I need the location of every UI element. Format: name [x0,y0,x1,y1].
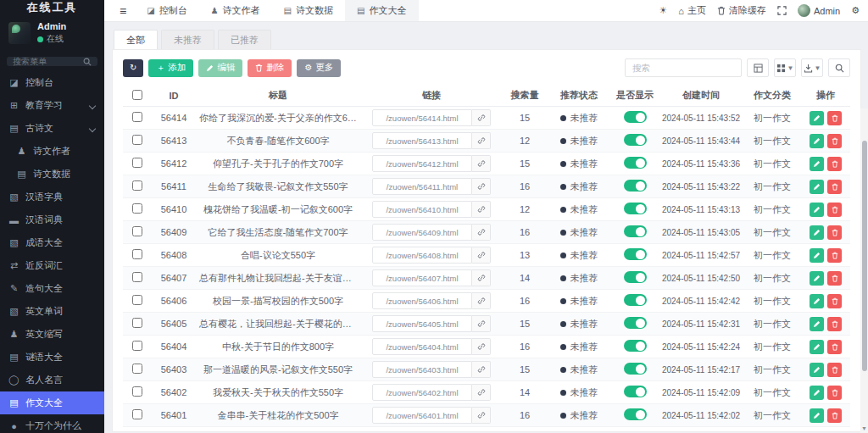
visible-toggle[interactable] [624,363,647,375]
row-delete-button[interactable] [827,363,842,377]
link-input[interactable] [372,338,472,355]
avatar[interactable] [8,22,31,44]
row-edit-button[interactable] [810,111,824,125]
copy-link-button[interactable] [472,361,491,378]
copy-link-button[interactable] [472,132,491,149]
row-delete-button[interactable] [827,180,842,194]
row-delete-button[interactable] [827,111,842,125]
sidebar-search-input[interactable] [13,57,80,66]
row-checkbox[interactable] [132,249,142,259]
column-header[interactable]: ID [152,91,196,101]
row-checkbox[interactable] [132,364,142,374]
row-delete-button[interactable] [827,225,842,240]
link-input[interactable] [372,155,472,172]
row-delete-button[interactable] [827,340,842,354]
visible-toggle[interactable] [624,111,647,123]
row-edit-button[interactable] [810,271,824,286]
row-edit-button[interactable] [810,203,824,217]
copy-link-button[interactable] [472,224,491,241]
row-edit-button[interactable] [810,408,824,423]
row-edit-button[interactable] [810,225,824,240]
theme-toggle-icon[interactable]: ☀ [659,5,667,16]
copy-link-button[interactable] [472,384,491,401]
column-header[interactable]: 搜索量 [503,89,547,102]
table-search-input[interactable] [625,58,742,77]
row-edit-button[interactable] [810,180,824,194]
row-delete-button[interactable] [827,271,842,286]
settings-gear-icon[interactable]: ⚙ [851,5,860,16]
row-checkbox[interactable] [132,180,142,191]
link-input[interactable] [372,132,472,149]
navbar-tab[interactable]: ▤ 作文大全 [345,0,418,21]
sidebar-item[interactable]: ▤ 古诗文 [0,117,104,140]
column-header[interactable]: 链接 [360,89,503,102]
row-edit-button[interactable] [810,134,824,148]
navbar-user[interactable]: Admin [798,4,840,17]
copy-link-button[interactable] [472,269,491,286]
copy-link-button[interactable] [472,315,491,332]
row-edit-button[interactable] [810,386,824,400]
filter-tab[interactable]: 未推荐 [161,30,214,49]
filter-tab[interactable]: 已推荐 [218,30,271,49]
visible-toggle[interactable] [624,386,647,397]
row-edit-button[interactable] [810,157,824,171]
link-input[interactable] [372,224,472,241]
vertical-scrollbar[interactable]: ▼ [860,108,868,433]
delete-button[interactable]: 删除 [248,59,292,77]
row-checkbox[interactable] [132,226,142,236]
column-header[interactable]: 标题 [196,89,360,102]
column-header[interactable]: 操作 [801,89,850,102]
row-checkbox[interactable] [132,135,142,145]
visible-toggle[interactable] [624,180,647,192]
copy-link-button[interactable] [472,155,491,172]
row-checkbox[interactable] [132,112,142,122]
home-button[interactable]: ⌂主页 [678,4,706,17]
visible-toggle[interactable] [624,408,647,420]
row-edit-button[interactable] [810,363,824,377]
visible-toggle[interactable] [624,134,647,146]
column-header[interactable]: 创建时间 [659,89,743,102]
sidebar-item[interactable]: ◪ 控制台 [0,71,104,94]
table-search-button[interactable] [828,58,850,77]
link-input[interactable] [372,315,472,332]
row-edit-button[interactable] [810,317,824,331]
visible-toggle[interactable] [624,225,647,237]
copy-link-button[interactable] [472,109,491,126]
link-input[interactable] [372,292,472,309]
add-button[interactable]: ＋添加 [148,59,193,77]
row-delete-button[interactable] [827,248,842,263]
sidebar-item[interactable]: ▤ 作文大全 [0,391,104,414]
sidebar-item[interactable]: ♟ 诗文作者 [0,140,104,163]
row-delete-button[interactable] [827,294,842,308]
row-edit-button[interactable] [810,248,824,263]
sidebar-item[interactable]: ● 十万个为什么 [0,414,104,433]
link-input[interactable] [372,201,472,218]
sidebar-item[interactable]: ◯ 名人名言 [0,369,104,391]
sidebar-item[interactable]: ⊞ 教育学习 [0,94,104,117]
copy-link-button[interactable] [472,407,491,424]
row-checkbox[interactable] [132,203,142,214]
sidebar-item[interactable]: ▧ 成语大全 [0,231,104,254]
row-edit-button[interactable] [810,340,824,354]
refresh-button[interactable]: ↻ [123,59,143,77]
edit-button[interactable]: 编辑 [198,59,242,77]
column-header[interactable]: 是否显示 [611,89,659,102]
visible-toggle[interactable] [624,157,647,169]
print-button[interactable] [747,58,769,77]
navbar-tab[interactable]: ▤ 诗文数据 [272,0,345,21]
row-delete-button[interactable] [827,203,842,217]
row-checkbox[interactable] [132,158,142,168]
fullscreen-icon[interactable] [777,6,787,15]
columns-filter-button[interactable]: ▼ [774,58,796,77]
copy-link-button[interactable] [472,178,491,195]
navbar-tab[interactable]: ♟ 诗文作者 [199,0,272,21]
sidebar-item[interactable]: ♟ 英文缩写 [0,323,104,346]
link-input[interactable] [372,361,472,378]
link-input[interactable] [372,109,472,126]
copy-link-button[interactable] [472,247,491,264]
link-input[interactable] [372,247,472,264]
row-delete-button[interactable] [827,157,842,171]
clear-cache-button[interactable]: 清除缓存 [717,4,766,17]
column-header[interactable]: 推荐状态 [547,89,611,102]
row-delete-button[interactable] [827,386,842,400]
